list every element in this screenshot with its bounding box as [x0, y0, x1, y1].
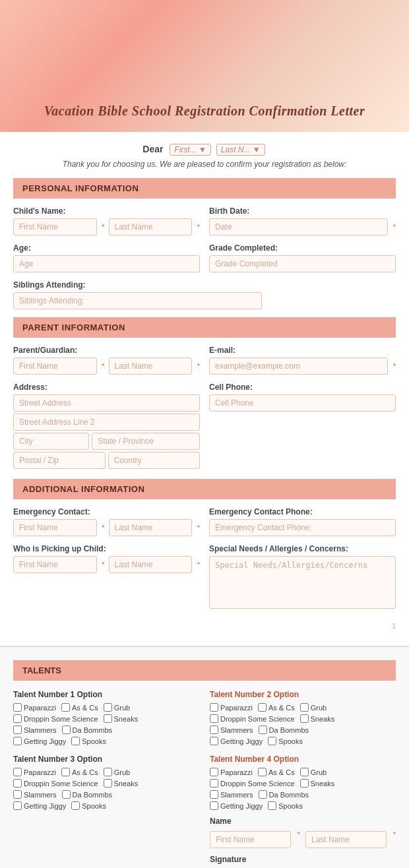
- talent3-ascs[interactable]: As & Cs: [61, 768, 98, 776]
- signature-label: Signature: [210, 855, 396, 864]
- street-address-input[interactable]: [13, 394, 200, 412]
- talent3-spooks-cb[interactable]: [71, 801, 80, 810]
- talent3-dabommbs[interactable]: Da Bommbs: [62, 790, 113, 799]
- city-input[interactable]: [13, 433, 89, 450]
- talent1-slammers-cb[interactable]: [13, 726, 22, 734]
- talent3-paparazzi[interactable]: Paparazzi: [13, 768, 56, 776]
- talent1-slammers[interactable]: Slammers: [13, 726, 57, 734]
- talent1-jiggy[interactable]: Getting Jiggy: [13, 737, 66, 745]
- child-last-name-input[interactable]: [109, 218, 193, 235]
- talent4-slammers-cb[interactable]: [210, 790, 218, 799]
- talent3-slammers-cb[interactable]: [13, 790, 22, 799]
- talent2-grub-cb[interactable]: [300, 703, 309, 712]
- talent1-droppin[interactable]: Droppin Some Science: [13, 714, 98, 723]
- talent1-dabommbs-cb[interactable]: [62, 726, 71, 734]
- cell-phone-input[interactable]: [209, 394, 396, 412]
- talent1-paparazzi[interactable]: Paparazzi: [13, 703, 56, 712]
- parent-last-name-input[interactable]: [109, 357, 193, 375]
- talent2-ascs[interactable]: As & Cs: [258, 703, 295, 712]
- talent4-dabommbs[interactable]: Da Bommbs: [259, 790, 309, 799]
- pickup-last-name-input[interactable]: [109, 556, 193, 573]
- talent2-dabommbs[interactable]: Da Bommbs: [259, 726, 309, 734]
- talent3-sneaks-cb[interactable]: [104, 779, 112, 788]
- talent2-slammers[interactable]: Slammers: [210, 726, 253, 734]
- parent-first-name-input[interactable]: [13, 357, 97, 375]
- talent4-ascs-cb[interactable]: [258, 768, 267, 776]
- talent1-droppin-cb[interactable]: [13, 714, 22, 723]
- talent1-jiggy-cb[interactable]: [13, 737, 22, 745]
- special-needs-textarea[interactable]: [209, 556, 396, 609]
- talent4-paparazzi[interactable]: Paparazzi: [210, 768, 253, 776]
- talent2-sneaks-cb[interactable]: [300, 714, 309, 723]
- talent1-sneaks-cb[interactable]: [104, 714, 112, 723]
- ec-first-name-input[interactable]: [13, 519, 97, 536]
- talent3-sneaks[interactable]: Sneaks: [104, 779, 139, 788]
- talent3-droppin[interactable]: Droppin Some Science: [13, 779, 98, 788]
- talent1-sneaks[interactable]: Sneaks: [104, 714, 139, 723]
- talent1-spooks-cb[interactable]: [71, 737, 80, 745]
- age-input[interactable]: [13, 255, 200, 272]
- talent1-ascs[interactable]: As & Cs: [61, 703, 98, 712]
- talent2-paparazzi-cb[interactable]: [210, 703, 218, 712]
- talent1-ascs-cb[interactable]: [61, 703, 70, 712]
- grade-input[interactable]: [209, 255, 396, 272]
- talent1-grub[interactable]: Grub: [104, 703, 130, 712]
- ec-last-name-input[interactable]: [109, 519, 193, 536]
- talent3-spooks[interactable]: Spooks: [71, 801, 106, 810]
- talent3-grub[interactable]: Grub: [104, 768, 130, 776]
- talent2-ascs-cb[interactable]: [258, 703, 267, 712]
- siblings-input[interactable]: [13, 292, 262, 309]
- talent4-jiggy[interactable]: Getting Jiggy: [210, 801, 263, 810]
- talent4-spooks[interactable]: Spooks: [268, 801, 303, 810]
- talent2-grub[interactable]: Grub: [300, 703, 327, 712]
- talent3-slammers[interactable]: Slammers: [13, 790, 57, 799]
- birth-date-input[interactable]: [209, 218, 388, 235]
- talent2-jiggy[interactable]: Getting Jiggy: [210, 737, 263, 745]
- talent4-grub[interactable]: Grub: [300, 768, 327, 776]
- name-bottom-first-input[interactable]: [210, 831, 291, 848]
- talent3-droppin-cb[interactable]: [13, 779, 22, 788]
- emergency-phone-input[interactable]: [209, 519, 396, 536]
- pickup-first-name-input[interactable]: [13, 556, 97, 573]
- talent2-jiggy-cb[interactable]: [210, 737, 218, 745]
- talent3-dabommbs-cb[interactable]: [62, 790, 71, 799]
- talent3-paparazzi-cb[interactable]: [13, 768, 22, 776]
- talent3-jiggy[interactable]: Getting Jiggy: [13, 801, 66, 810]
- talent4-dabommbs-cb[interactable]: [259, 790, 267, 799]
- talent2-droppin[interactable]: Droppin Some Science: [210, 714, 295, 723]
- talent1-dabommbs[interactable]: Da Bommbs: [62, 726, 113, 734]
- talent2-dabommbs-cb[interactable]: [259, 726, 267, 734]
- talent4-spooks-cb[interactable]: [268, 801, 276, 810]
- postal-input[interactable]: [13, 452, 106, 469]
- talent3-jiggy-cb[interactable]: [13, 801, 22, 810]
- talent4-sneaks-cb[interactable]: [300, 779, 309, 788]
- talent4-sneaks[interactable]: Sneaks: [300, 779, 335, 788]
- talent1-col: Talent Number 1 Option Paparazzi As & Cs…: [13, 690, 199, 867]
- talent4-grub-cb[interactable]: [300, 768, 309, 776]
- talent4-droppin[interactable]: Droppin Some Science: [210, 779, 295, 788]
- talent1-paparazzi-cb[interactable]: [13, 703, 22, 712]
- talent1-grub-cb[interactable]: [104, 703, 112, 712]
- talent4-paparazzi-cb[interactable]: [210, 768, 218, 776]
- child-first-name-input[interactable]: [13, 218, 97, 235]
- talent1-spooks[interactable]: Spooks: [71, 737, 106, 745]
- street-address2-input[interactable]: [13, 414, 200, 431]
- talent3-grub-cb[interactable]: [104, 768, 112, 776]
- state-input[interactable]: [92, 433, 200, 450]
- talent4-jiggy-cb[interactable]: [210, 801, 218, 810]
- talent4-row3: Slammers Da Bommbs: [210, 790, 396, 799]
- talent4-droppin-cb[interactable]: [210, 779, 218, 788]
- talent2-slammers-cb[interactable]: [210, 726, 218, 734]
- address-phone-row: Address:: [13, 383, 396, 471]
- country-input[interactable]: [108, 452, 201, 469]
- talent2-spooks-cb[interactable]: [268, 737, 276, 745]
- talent4-ascs[interactable]: As & Cs: [258, 768, 295, 776]
- talent2-droppin-cb[interactable]: [210, 714, 218, 723]
- talent2-spooks[interactable]: Spooks: [268, 737, 303, 745]
- talent4-slammers[interactable]: Slammers: [210, 790, 253, 799]
- email-input[interactable]: [209, 357, 388, 375]
- talent2-sneaks[interactable]: Sneaks: [300, 714, 335, 723]
- talent3-ascs-cb[interactable]: [61, 768, 70, 776]
- talent2-paparazzi[interactable]: Paparazzi: [210, 703, 253, 712]
- name-bottom-last-input[interactable]: [305, 831, 387, 848]
